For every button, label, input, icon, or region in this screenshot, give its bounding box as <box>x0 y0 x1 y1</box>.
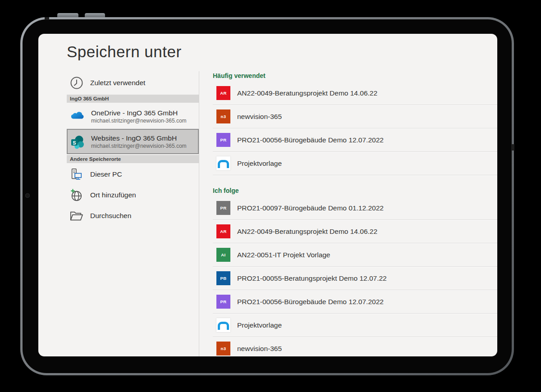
clock-icon <box>69 76 84 90</box>
place-text: Websites - IngO 365 GmbH michael.stritzi… <box>91 133 187 150</box>
document-row[interactable]: PR PRO21-00097-Bürogebäude Demo 01.12.20… <box>213 196 497 220</box>
sidebar-item-browse[interactable]: Durchsuchen <box>67 205 199 226</box>
group-header: Häufig verwendet <box>213 72 497 82</box>
save-as-backstage: Speichern unter Zuletzt verwendet IngO 3… <box>38 34 497 356</box>
sharepoint-icon: S <box>70 135 85 149</box>
newvision-logo-icon <box>216 156 230 170</box>
sidebar-section-header-tenant: IngO 365 GmbH <box>67 95 199 103</box>
document-row[interactable]: n3 newvision-365 <box>213 337 497 356</box>
place-title: Websites - IngO 365 GmbH <box>91 133 187 143</box>
document-label: AN22-0049-Beratungsprojekt Demo 14.06.22 <box>237 228 377 236</box>
site-initials-badge: AR <box>216 86 230 100</box>
group-frequent: Häufig verwendet AR AN22-0049-Beratungsp… <box>213 72 497 175</box>
sidebar-item-label: Dieser PC <box>90 170 122 178</box>
site-initials-badge: n3 <box>216 342 230 356</box>
document-row[interactable]: AR AN22-0049-Beratungsprojekt Demo 14.06… <box>213 82 497 105</box>
document-label: PRO21-00056-Bürogebäude Demo 12.07.2022 <box>237 136 384 144</box>
document-label: PRO21-00056-Bürogebäude Demo 12.07.2022 <box>237 298 384 306</box>
sidebar-item-onedrive[interactable]: OneDrive - IngO 365 GmbH michael.stritzi… <box>67 104 199 129</box>
onedrive-icon <box>70 109 85 124</box>
place-subtitle: michael.stritzinger@newvision-365.com <box>91 143 187 150</box>
document-label: newvision-365 <box>237 113 282 121</box>
site-initials-badge: AR <box>216 224 230 238</box>
document-row[interactable]: Projektvorlage <box>213 152 497 175</box>
add-place-icon <box>69 188 83 202</box>
document-row[interactable]: Projektvorlage <box>213 314 497 337</box>
document-row[interactable]: PR PRO21-00056-Bürogebäude Demo 12.07.20… <box>213 290 497 314</box>
site-initials-badge: PR <box>216 201 230 215</box>
this-pc-icon <box>69 168 83 181</box>
site-initials-badge: PR <box>216 295 230 309</box>
sidebar-item-this-pc[interactable]: Dieser PC <box>67 164 199 185</box>
sidebar-section-header-other: Andere Speicherorte <box>67 155 199 163</box>
page-title: Speichern unter <box>67 43 182 61</box>
document-row[interactable]: AI AN22-0051-IT Projekt Vorlage <box>213 243 497 267</box>
document-label: Projektvorlage <box>237 321 282 329</box>
document-label: AN22-0049-Beratungsprojekt Demo 14.06.22 <box>237 89 377 97</box>
document-list-panel: Häufig verwendet AR AN22-0049-Beratungsp… <box>213 34 497 356</box>
sidebar-item-recent[interactable]: Zuletzt verwendet <box>67 72 199 94</box>
document-label: AN22-0051-IT Projekt Vorlage <box>237 251 330 259</box>
front-camera <box>25 193 30 198</box>
group-header: Ich folge <box>213 187 497 196</box>
site-initials-badge: PR <box>216 133 230 147</box>
document-row[interactable]: AR AN22-0049-Beratungsprojekt Demo 14.06… <box>213 220 497 243</box>
place-text: OneDrive - IngO 365 GmbH michael.stritzi… <box>91 108 187 124</box>
document-label: newvision-365 <box>237 345 282 353</box>
document-label: PRO21-00055-Beratungsprojekt Demo 12.07.… <box>237 274 387 283</box>
document-row[interactable]: PR PRO21-00056-Bürogebäude Demo 12.07.20… <box>213 128 497 152</box>
site-initials-badge: n3 <box>216 109 230 123</box>
place-title: OneDrive - IngO 365 GmbH <box>91 108 187 118</box>
panel-divider <box>199 71 199 356</box>
antenna-line-top <box>45 17 49 20</box>
sidebar-item-websites[interactable]: S Websites - IngO 365 GmbH michael.strit… <box>67 129 199 154</box>
tablet-mockup: Speichern unter Zuletzt verwendet IngO 3… <box>0 0 541 392</box>
sidebar-item-add-place[interactable]: Ort hinzufügen <box>67 185 199 205</box>
document-label: PRO21-00097-Bürogebäude Demo 01.12.2022 <box>237 204 384 212</box>
newvision-logo-icon <box>216 318 230 332</box>
group-following: Ich folge PR PRO21-00097-Bürogebäude Dem… <box>213 187 497 356</box>
svg-text:S: S <box>73 140 76 146</box>
browse-folder-icon <box>69 209 83 223</box>
sidebar-item-label: Ort hinzufügen <box>90 191 136 199</box>
sidebar-item-label: Durchsuchen <box>90 212 131 220</box>
document-label: Projektvorlage <box>237 160 282 168</box>
site-initials-badge: PB <box>216 271 230 285</box>
site-initials-badge: AI <box>216 248 230 262</box>
save-locations-sidebar: Zuletzt verwendet IngO 365 GmbH O <box>67 72 199 226</box>
sidebar-item-label: Zuletzt verwendet <box>90 79 145 87</box>
document-row[interactable]: PB PRO21-00055-Beratungsprojekt Demo 12.… <box>213 267 497 290</box>
place-subtitle: michael.stritzinger@newvision-365.com <box>91 118 187 124</box>
antenna-line-right <box>511 144 514 150</box>
document-row[interactable]: n3 newvision-365 <box>213 105 497 128</box>
